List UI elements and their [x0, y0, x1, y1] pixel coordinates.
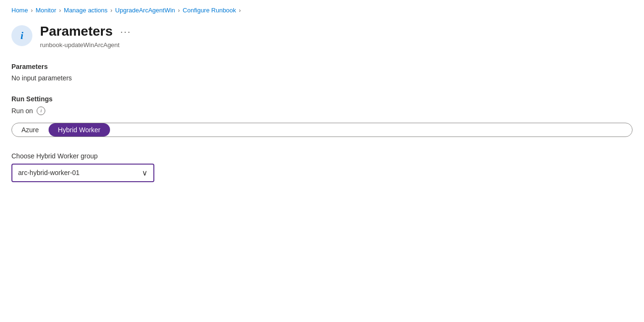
chevron-down-icon: ∨ — [142, 168, 148, 177]
breadcrumb-sep-2: › — [59, 7, 61, 14]
run-on-row: Run on i — [11, 107, 633, 115]
run-settings-label: Run Settings — [11, 95, 633, 103]
toggle-azure[interactable]: Azure — [12, 123, 49, 137]
run-on-info-icon[interactable]: i — [37, 107, 45, 115]
breadcrumb-upgrade-arc[interactable]: UpgradeArcAgentWin — [115, 7, 175, 14]
more-options-button[interactable]: ··· — [118, 25, 134, 38]
dropdown-selected-value: arc-hybrid-worker-01 — [18, 169, 80, 176]
breadcrumb-configure-runbook[interactable]: Configure Runbook — [183, 7, 236, 14]
title-row: Parameters ··· — [40, 23, 134, 39]
breadcrumb-sep-5: › — [239, 7, 241, 14]
run-on-toggle-group[interactable]: Azure Hybrid Worker — [11, 123, 633, 137]
hybrid-worker-dropdown[interactable]: arc-hybrid-worker-01 ∨ — [11, 164, 154, 182]
toggle-hybrid-worker[interactable]: Hybrid Worker — [49, 123, 110, 137]
page-subtitle: runbook-updateWinArcAgent — [40, 41, 134, 49]
breadcrumb-manage-actions[interactable]: Manage actions — [64, 7, 108, 14]
run-on-label: Run on — [11, 107, 33, 115]
choose-hybrid-worker-label: Choose Hybrid Worker group — [11, 152, 633, 160]
page-header: i Parameters ··· runbook-updateWinArcAge… — [0, 19, 644, 58]
breadcrumb: Home › Monitor › Manage actions › Upgrad… — [0, 0, 644, 19]
page-icon: i — [11, 25, 32, 46]
content-area: Parameters No input parameters Run Setti… — [0, 58, 644, 194]
parameters-section-label: Parameters — [11, 63, 633, 70]
run-settings-section: Run Settings Run on i Azure Hybrid Worke… — [11, 95, 633, 137]
breadcrumb-sep-3: › — [111, 7, 112, 14]
info-icon: i — [20, 30, 23, 41]
breadcrumb-sep-1: › — [31, 7, 33, 14]
hybrid-worker-section: Choose Hybrid Worker group arc-hybrid-wo… — [11, 152, 633, 182]
breadcrumb-monitor[interactable]: Monitor — [36, 7, 56, 14]
breadcrumb-sep-4: › — [178, 7, 180, 14]
header-text-block: Parameters ··· runbook-updateWinArcAgent — [40, 23, 134, 49]
breadcrumb-home[interactable]: Home — [11, 7, 28, 14]
page-title: Parameters — [40, 23, 113, 39]
no-input-params-text: No input parameters — [11, 74, 633, 82]
